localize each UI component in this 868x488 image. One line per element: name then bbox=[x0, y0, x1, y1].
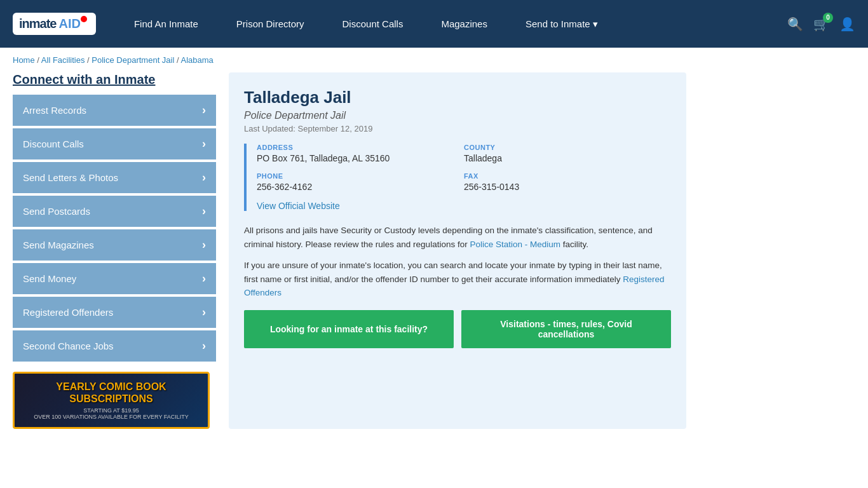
sidebar-title: Connect with an Inmate bbox=[13, 72, 216, 87]
action-buttons: Looking for an inmate at this facility? … bbox=[244, 310, 671, 348]
logo-dot bbox=[81, 16, 87, 22]
description-paragraph-1: All prisons and jails have Security or C… bbox=[244, 224, 671, 251]
arrow-icon-4: › bbox=[202, 238, 206, 252]
sidebar-item-discount-calls[interactable]: Discount Calls › bbox=[13, 128, 216, 159]
sidebar-label-send-postcards: Send Postcards bbox=[23, 206, 90, 217]
sidebar-label-send-magazines: Send Magazines bbox=[23, 240, 94, 250]
fax-block: FAX 256-315-0143 bbox=[464, 172, 671, 192]
facility-updated: Last Updated: September 12, 2019 bbox=[244, 124, 671, 133]
sidebar-item-send-magazines[interactable]: Send Magazines › bbox=[13, 229, 216, 261]
nav-send-to-inmate[interactable]: Send to Inmate ▾ bbox=[506, 0, 617, 48]
ad-sub: STARTING AT $19.95OVER 100 VARIATIONS AV… bbox=[34, 407, 189, 420]
main-nav: Find An Inmate Prison Directory Discount… bbox=[115, 0, 787, 48]
phone-value: 256-362-4162 bbox=[257, 182, 464, 192]
ad-title: YEARLY COMIC BOOKSUBSCRIPTIONS bbox=[56, 381, 166, 405]
sidebar-label-discount-calls: Discount Calls bbox=[23, 139, 84, 149]
arrow-icon-5: › bbox=[202, 272, 206, 285]
website-block: View Official Website bbox=[257, 201, 671, 211]
arrow-icon-1: › bbox=[202, 137, 206, 151]
official-website-link[interactable]: View Official Website bbox=[257, 201, 340, 211]
nav-prison-directory[interactable]: Prison Directory bbox=[217, 0, 323, 48]
county-block: COUNTY Talladega bbox=[464, 144, 671, 163]
looking-for-inmate-button[interactable]: Looking for an inmate at this facility? bbox=[244, 310, 454, 348]
breadcrumb-state[interactable]: Alabama bbox=[181, 55, 214, 65]
fax-value: 256-315-0143 bbox=[464, 182, 671, 192]
arrow-icon-3: › bbox=[202, 205, 206, 218]
breadcrumb-home[interactable]: Home bbox=[13, 55, 35, 65]
fax-label: FAX bbox=[464, 172, 671, 180]
sidebar-item-second-chance[interactable]: Second Chance Jobs › bbox=[13, 330, 216, 362]
visitations-button[interactable]: Visitations - times, rules, Covid cancel… bbox=[461, 310, 671, 348]
nav-magazines[interactable]: Magazines bbox=[422, 0, 506, 48]
sidebar-item-send-postcards[interactable]: Send Postcards › bbox=[13, 196, 216, 227]
county-label: COUNTY bbox=[464, 144, 671, 151]
description-paragraph-2: If you are unsure of your inmate's locat… bbox=[244, 259, 671, 300]
arrow-icon-2: › bbox=[202, 171, 206, 184]
logo-aid: AID bbox=[58, 17, 80, 31]
facility-name: Talladega Jail bbox=[244, 88, 671, 107]
ad-banner[interactable]: YEARLY COMIC BOOKSUBSCRIPTIONS STARTING … bbox=[13, 372, 210, 429]
county-value: Talladega bbox=[464, 153, 671, 163]
header: inmate AID Find An Inmate Prison Directo… bbox=[0, 0, 868, 48]
sidebar-item-registered-offenders[interactable]: Registered Offenders › bbox=[13, 297, 216, 328]
logo-box: inmate AID bbox=[13, 13, 96, 35]
breadcrumb-police-dept[interactable]: Police Department Jail bbox=[92, 55, 174, 65]
sidebar-label-arrest-records: Arrest Records bbox=[23, 105, 86, 116]
nav-find-inmate[interactable]: Find An Inmate bbox=[115, 0, 217, 48]
phone-label: PHONE bbox=[257, 172, 464, 180]
sidebar: Connect with an Inmate Arrest Records › … bbox=[13, 72, 216, 429]
facility-type: Police Department Jail bbox=[244, 110, 671, 121]
main-content: Connect with an Inmate Arrest Records › … bbox=[0, 72, 699, 442]
phone-block: PHONE 256-362-4162 bbox=[257, 172, 464, 192]
breadcrumb-all-facilities[interactable]: All Facilities bbox=[41, 55, 85, 65]
sidebar-item-arrest-records[interactable]: Arrest Records › bbox=[13, 95, 216, 126]
breadcrumb: Home / All Facilities / Police Departmen… bbox=[0, 48, 868, 72]
logo-text: inmate bbox=[19, 17, 56, 31]
facility-detail: Talladega Jail Police Department Jail La… bbox=[229, 72, 686, 429]
arrow-icon-6: › bbox=[202, 306, 206, 319]
sidebar-label-second-chance: Second Chance Jobs bbox=[23, 341, 114, 351]
arrow-icon-0: › bbox=[202, 104, 206, 117]
search-button[interactable]: 🔍 bbox=[787, 17, 803, 32]
police-station-link[interactable]: Police Station - Medium bbox=[470, 240, 560, 249]
arrow-icon-7: › bbox=[202, 339, 206, 353]
cart-badge: 0 bbox=[823, 13, 833, 23]
info-grid: ADDRESS PO Box 761, Talladega, AL 35160 … bbox=[244, 144, 671, 211]
nav-discount-calls[interactable]: Discount Calls bbox=[323, 0, 423, 48]
sidebar-label-send-letters: Send Letters & Photos bbox=[23, 172, 118, 183]
address-value: PO Box 761, Talladega, AL 35160 bbox=[257, 153, 464, 163]
sidebar-label-send-money: Send Money bbox=[23, 273, 76, 284]
cart-button[interactable]: 🛒 0 bbox=[813, 17, 829, 32]
sidebar-item-send-letters[interactable]: Send Letters & Photos › bbox=[13, 162, 216, 193]
address-block: ADDRESS PO Box 761, Talladega, AL 35160 bbox=[257, 144, 464, 163]
sidebar-item-send-money[interactable]: Send Money › bbox=[13, 263, 216, 294]
logo-area: inmate AID bbox=[13, 13, 96, 35]
user-button[interactable]: 👤 bbox=[839, 17, 855, 32]
address-label: ADDRESS bbox=[257, 144, 464, 151]
nav-icons: 🔍 🛒 0 👤 bbox=[787, 17, 855, 32]
sidebar-label-registered-offenders: Registered Offenders bbox=[23, 307, 113, 318]
